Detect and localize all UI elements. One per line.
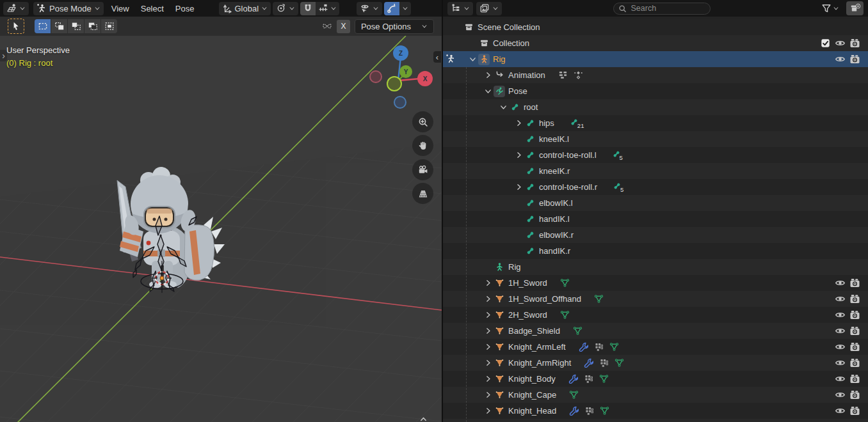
expand-arrow[interactable] — [483, 326, 494, 336]
expand-arrow[interactable] — [483, 278, 494, 288]
mode-dropdown[interactable]: Pose Mode — [33, 2, 104, 15]
toolbar-expand-toggle[interactable]: › — [0, 50, 7, 61]
active-tool-select-box[interactable] — [8, 19, 24, 34]
outliner-row-knight-armleft[interactable]: Knight_ArmLeft — [443, 339, 868, 355]
new-collection-button[interactable] — [846, 1, 864, 15]
toggle-camera-icon[interactable] — [849, 389, 860, 400]
pose-options-dropdown[interactable]: Pose Options — [355, 19, 434, 34]
snap-toggle-button[interactable] — [300, 2, 316, 15]
snap-settings-dropdown[interactable] — [316, 2, 339, 15]
outliner-row-knight-armright[interactable]: Knight_ArmRight — [443, 355, 868, 371]
outliner-row-handik-r[interactable]: handIK.r — [443, 243, 868, 259]
toggle-eye-icon[interactable] — [835, 373, 846, 384]
gizmo-axis-negative[interactable] — [369, 70, 382, 83]
gizmo-axis-negative[interactable] — [394, 96, 406, 109]
object-visibility-dropdown[interactable] — [357, 2, 382, 15]
pan-button[interactable] — [412, 135, 433, 156]
expand-arrow[interactable] — [483, 406, 494, 416]
gizmo-axis-z[interactable]: Z — [393, 45, 408, 61]
toggle-camera-icon[interactable] — [849, 38, 860, 49]
outliner-row-animation[interactable]: Animation — [443, 67, 868, 83]
outliner-row-knight-head[interactable]: Knight_Head — [443, 403, 868, 419]
outliner-row-kneeik-l[interactable]: kneeIK.l — [443, 131, 868, 147]
toggle-camera-icon[interactable] — [849, 309, 860, 320]
outliner-row-knight-cape[interactable]: Knight_Cape — [443, 387, 868, 403]
outliner-row-elbowik-l[interactable]: elbowIK.l — [443, 195, 868, 211]
outliner-row-elbowik-r[interactable]: elbowIK.r — [443, 227, 868, 243]
outliner-row-kneeik-r[interactable]: kneeIK.r — [443, 163, 868, 179]
outliner-row-rig[interactable]: Rig — [443, 259, 868, 275]
outliner-row-2h-sword[interactable]: 2H_Sword — [443, 307, 868, 323]
outliner-row-badge-shield[interactable]: Badge_Shield — [443, 323, 868, 339]
gizmos-toggle-button[interactable] — [384, 2, 399, 15]
toggle-ortho-button[interactable] — [412, 183, 433, 204]
search-input[interactable] — [630, 3, 700, 13]
expand-arrow[interactable] — [483, 342, 494, 352]
expand-arrow[interactable] — [483, 294, 494, 304]
expand-arrow[interactable] — [513, 182, 524, 192]
toggle-camera-icon[interactable] — [849, 405, 860, 416]
outliner-row-control-toe-roll-l[interactable]: control-toe-roll.l5 — [443, 147, 868, 163]
transform-orientation-dropdown[interactable]: Global — [219, 2, 271, 15]
toggle-eye-icon[interactable] — [835, 405, 846, 416]
collapse-arrow[interactable] — [498, 102, 509, 112]
outliner-row-root[interactable]: root — [443, 99, 868, 115]
toggle-eye-icon[interactable] — [835, 54, 846, 65]
select-mode-intersect[interactable] — [101, 19, 117, 33]
toggle-camera-icon[interactable] — [849, 373, 860, 384]
outliner-row-knight-body[interactable]: Knight_Body — [443, 371, 868, 387]
outliner-row-1h-sword-offhand[interactable]: 1H_Sword_Offhand — [443, 291, 868, 307]
toggle-camera-icon[interactable] — [849, 293, 860, 304]
toggle-camera-icon[interactable] — [849, 277, 860, 288]
toggle-eye-icon[interactable] — [835, 293, 846, 304]
toggle-camera-icon[interactable] — [849, 54, 860, 65]
outliner-row-handik-l[interactable]: handIK.l — [443, 211, 868, 227]
outliner-row-rig[interactable]: Rig — [443, 51, 868, 67]
toggle-camera-icon[interactable] — [849, 357, 860, 368]
outliner-row-control-toe-roll-r[interactable]: control-toe-roll.r5 — [443, 179, 868, 195]
zoom-button[interactable] — [412, 111, 433, 132]
gizmos-dropdown[interactable] — [399, 2, 411, 15]
mirror-x-button[interactable]: X — [337, 20, 350, 33]
expand-arrow[interactable] — [513, 118, 524, 128]
expand-arrow[interactable] — [483, 70, 494, 80]
pivot-point-dropdown[interactable] — [273, 2, 298, 15]
sidebar-expand-toggle[interactable]: ‹ — [433, 51, 441, 63]
outliner-row-collection[interactable]: Collection — [443, 35, 868, 51]
expand-arrow[interactable] — [483, 374, 494, 384]
expand-arrow[interactable] — [513, 150, 524, 160]
expand-arrow[interactable] — [483, 310, 494, 320]
toggle-eye-icon[interactable] — [835, 341, 846, 352]
gizmo-axis-y[interactable]: Y — [399, 65, 412, 78]
collapse-arrow[interactable] — [483, 86, 494, 96]
display-mode-dropdown[interactable] — [476, 2, 502, 15]
expand-arrow[interactable] — [483, 358, 494, 368]
outliner-row-hips[interactable]: hips21 — [443, 115, 868, 131]
x-mirror-icon[interactable] — [322, 21, 332, 31]
toggle-eye-icon[interactable] — [835, 357, 846, 368]
select-mode-extend[interactable] — [51, 19, 67, 33]
toggle-camera-icon[interactable] — [849, 341, 860, 352]
collapse-arrow[interactable] — [467, 54, 478, 64]
toggle-eye-icon[interactable] — [835, 389, 846, 400]
outliner-search[interactable] — [613, 3, 711, 15]
gizmo-axis-negative[interactable] — [387, 76, 402, 91]
toggle-eye-icon[interactable] — [835, 325, 846, 336]
select-mode-set[interactable] — [35, 19, 51, 33]
outliner-row-1h-sword[interactable]: 1H_Sword — [443, 275, 868, 291]
toggle-eye-icon[interactable] — [835, 309, 846, 320]
editor-type-button[interactable] — [3, 2, 29, 15]
viewport-canvas[interactable]: User Perspective (0) Rig : root › ‹ ZYX — [0, 36, 442, 422]
menu-pose[interactable]: Pose — [170, 2, 200, 15]
select-mode-invert[interactable] — [84, 19, 100, 33]
menu-view[interactable]: View — [106, 2, 135, 15]
exclude-checkbox[interactable] — [820, 38, 831, 49]
camera-view-button[interactable] — [412, 159, 433, 180]
select-mode-subtract[interactable] — [68, 19, 84, 33]
outliner-editor-type-button[interactable] — [447, 2, 473, 15]
outliner-row-scene-collection[interactable]: Scene Collection — [443, 19, 868, 35]
toggle-eye-icon[interactable] — [835, 38, 846, 49]
expand-arrow[interactable] — [483, 390, 494, 400]
outliner-row-partial[interactable] — [443, 419, 868, 422]
gizmo-axis-x[interactable]: X — [417, 71, 433, 86]
